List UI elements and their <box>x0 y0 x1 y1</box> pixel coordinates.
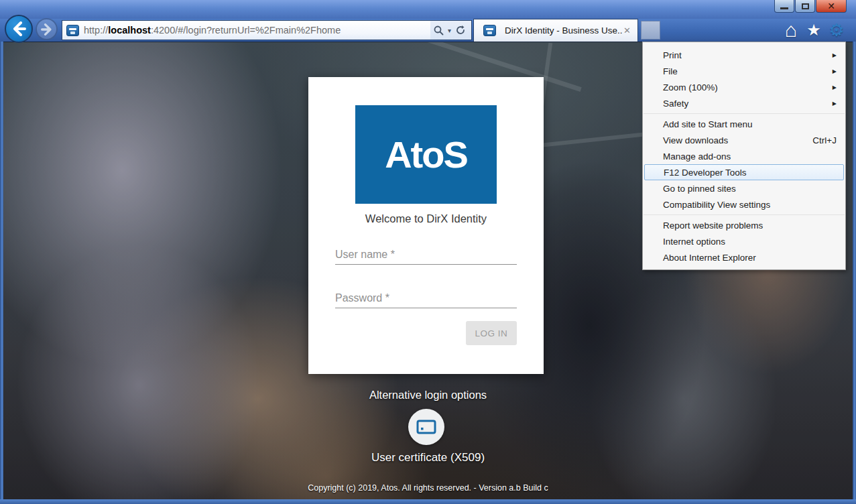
username-input[interactable] <box>335 245 517 265</box>
menu-item-label: View downloads <box>663 135 728 145</box>
address-bar-icons: ▾ <box>430 21 471 40</box>
star-icon: ★ <box>806 21 821 40</box>
password-input[interactable] <box>335 288 517 308</box>
menu-item-go-to-pinned-sites[interactable]: Go to pinned sites <box>643 180 845 196</box>
submenu-arrow-icon: ▶ <box>833 84 837 90</box>
atos-logo-text: AtoS <box>385 133 467 176</box>
window-border-bottom <box>0 499 856 504</box>
menu-item-manage-add-ons[interactable]: Manage add-ons <box>643 148 845 164</box>
search-dropdown-icon[interactable]: ▾ <box>448 27 451 34</box>
close-button[interactable]: ✕ <box>816 0 847 13</box>
minimize-button[interactable] <box>774 0 794 13</box>
submenu-arrow-icon: ▶ <box>833 101 837 107</box>
restore-icon <box>802 3 809 9</box>
title-bar: ✕ <box>0 0 856 19</box>
back-arrow-icon <box>11 21 26 36</box>
menu-item-zoom[interactable]: Zoom (100%) ▶ <box>643 79 845 95</box>
refresh-icon[interactable] <box>455 25 466 36</box>
menu-item-label: Go to pinned sites <box>663 184 736 194</box>
gear-icon: ⚙ <box>829 20 844 41</box>
menu-item-label: Manage add-ons <box>663 151 731 162</box>
tab-title: DirX Identity - Business Use... <box>505 25 622 36</box>
window-border-right <box>853 42 856 504</box>
menu-item-safety[interactable]: Safety ▶ <box>643 95 845 111</box>
menu-item-label: File <box>663 66 678 76</box>
menu-item-about-internet-explorer[interactable]: About Internet Explorer <box>643 249 845 265</box>
minimize-icon <box>780 7 788 9</box>
close-icon: ✕ <box>827 1 835 11</box>
menu-item-report-website-problems[interactable]: Report website problems <box>643 217 845 233</box>
menu-item-label: Internet options <box>663 237 725 247</box>
home-icon: ⌂ <box>785 21 797 39</box>
menu-item-add-site-to-start-menu[interactable]: Add site to Start menu <box>643 116 845 132</box>
login-card: AtoS Welcome to DirX Identity LOG IN <box>308 77 544 374</box>
atos-favicon <box>66 25 79 36</box>
copyright-text: Copyright (c) 2019, Atos. All rights res… <box>3 483 853 493</box>
window-controls: ✕ <box>774 0 847 13</box>
tab-favicon <box>483 25 496 36</box>
menu-item-view-downloads[interactable]: View downloads Ctrl+J <box>643 132 845 148</box>
atos-logo: AtoS <box>355 105 497 204</box>
menu-item-label: F12 Developer Tools <box>664 168 747 178</box>
menu-item-label: Add site to Start menu <box>663 119 753 129</box>
login-button[interactable]: LOG IN <box>466 321 517 345</box>
menu-item-shortcut: Ctrl+J <box>812 135 837 145</box>
menu-item-label: Compatibility View settings <box>663 200 770 210</box>
certificate-card-icon <box>416 419 436 435</box>
url-protocol: http:// <box>84 25 108 36</box>
url-path: :4200/#/login?returnUrl=%2Fmain%2Fhome <box>151 25 341 36</box>
search-icon[interactable] <box>433 25 444 36</box>
toolbar-icons: ⌂ ★ ⚙ <box>781 20 847 40</box>
home-button[interactable]: ⌂ <box>781 20 801 40</box>
certificate-label: User certificate (X509) <box>3 451 853 464</box>
menu-separator <box>644 214 845 215</box>
welcome-text: Welcome to DirX Identity <box>308 212 544 225</box>
address-bar[interactable]: http://localhost:4200/#/login?returnUrl=… <box>62 20 472 40</box>
submenu-arrow-icon: ▶ <box>833 52 837 58</box>
user-certificate-button[interactable] <box>408 409 444 445</box>
menu-item-label: Safety <box>663 99 688 109</box>
favorites-button[interactable]: ★ <box>804 20 824 40</box>
tab-close-icon[interactable]: ✕ <box>622 25 632 36</box>
forward-arrow-icon <box>41 23 53 36</box>
browser-window: ✕ http://localhost:4200/#/login?returnUr… <box>0 0 856 504</box>
menu-item-compatibility-view-settings[interactable]: Compatibility View settings <box>643 196 845 212</box>
restore-button[interactable] <box>795 0 815 13</box>
menu-item-print[interactable]: Print ▶ <box>643 47 845 63</box>
menu-separator <box>644 113 845 114</box>
tools-menu: Print ▶ File ▶ Zoom (100%) ▶ Safety ▶ Ad… <box>642 42 846 270</box>
menu-item-f12-developer-tools[interactable]: F12 Developer Tools <box>644 164 844 180</box>
forward-button[interactable] <box>36 18 58 40</box>
submenu-arrow-icon: ▶ <box>833 68 837 74</box>
menu-item-internet-options[interactable]: Internet options <box>643 233 845 249</box>
menu-item-label: Print <box>663 50 682 60</box>
url-host: localhost <box>108 25 151 36</box>
menu-item-file[interactable]: File ▶ <box>643 63 845 79</box>
url-text[interactable]: http://localhost:4200/#/login?returnUrl=… <box>84 25 430 36</box>
alternative-login-title: Alternative login options <box>3 389 853 401</box>
window-border-left <box>0 42 3 504</box>
new-tab-button[interactable] <box>641 21 660 40</box>
menu-item-label: About Internet Explorer <box>663 253 756 263</box>
menu-item-label: Zoom (100%) <box>663 82 718 92</box>
menu-item-label: Report website problems <box>663 220 763 231</box>
tools-button[interactable]: ⚙ <box>827 20 847 40</box>
tab-dirx-identity[interactable]: DirX Identity - Business Use... ✕ <box>473 19 638 42</box>
back-button[interactable] <box>5 15 33 43</box>
